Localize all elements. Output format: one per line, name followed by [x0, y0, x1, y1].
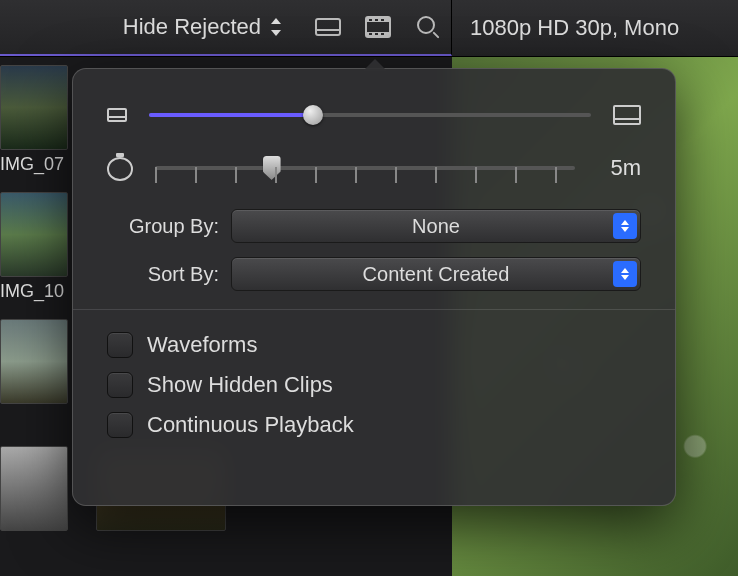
show-hidden-checkbox[interactable]	[107, 372, 133, 398]
show-hidden-label: Show Hidden Clips	[147, 372, 333, 398]
clip-thumbnail	[0, 446, 68, 531]
slider-track	[155, 166, 575, 170]
clip-thumbnail	[0, 319, 68, 404]
filter-popup-button[interactable]: Hide Rejected	[123, 14, 283, 40]
filmstrip-icon	[365, 16, 391, 38]
continuous-playback-label: Continuous Playback	[147, 412, 354, 438]
group-by-value: None	[412, 215, 460, 238]
clip-size-slider[interactable]	[149, 103, 591, 127]
clip-duration-row: 5m	[107, 155, 641, 181]
show-hidden-checkbox-row[interactable]: Show Hidden Clips	[107, 372, 641, 398]
clip-appearance-icon	[315, 18, 341, 36]
sort-by-select[interactable]: Content Created	[231, 257, 641, 291]
stopwatch-icon	[107, 155, 133, 181]
clip-size-row	[107, 103, 641, 127]
clip-appearance-popover: 5m Group By: None Sort By: Content Creat…	[72, 68, 676, 506]
sort-by-row: Sort By: Content Created	[107, 257, 641, 291]
toolbar-right: 1080p HD 30p, Mono	[452, 15, 738, 41]
filmstrip-button[interactable]	[363, 15, 393, 39]
select-arrows-icon	[613, 213, 637, 239]
waveforms-label: Waveforms	[147, 332, 257, 358]
continuous-playback-checkbox-row[interactable]: Continuous Playback	[107, 412, 641, 438]
select-arrows-icon	[613, 261, 637, 287]
toolbar: Hide Rejected 1080p HD 30p, Mono	[0, 0, 738, 57]
sort-by-label: Sort By:	[107, 263, 219, 286]
filter-popup-label: Hide Rejected	[123, 14, 261, 40]
slider-thumb[interactable]	[263, 156, 281, 180]
clip-appearance-button[interactable]	[313, 15, 343, 39]
search-icon	[417, 16, 439, 38]
group-by-label: Group By:	[107, 215, 219, 238]
toolbar-left: Hide Rejected	[0, 0, 452, 56]
continuous-playback-checkbox[interactable]	[107, 412, 133, 438]
sort-by-value: Content Created	[363, 263, 510, 286]
clip-duration-slider[interactable]	[155, 156, 575, 180]
clip-thumbnail	[0, 65, 68, 150]
waveforms-checkbox-row[interactable]: Waveforms	[107, 332, 641, 358]
search-button[interactable]	[413, 15, 443, 39]
clip-size-large-icon	[613, 105, 641, 125]
slider-thumb[interactable]	[303, 105, 323, 125]
updown-icon	[269, 18, 283, 36]
clip-thumbnail	[0, 192, 68, 277]
group-by-row: Group By: None	[107, 209, 641, 243]
slider-fill	[149, 113, 313, 117]
clip-duration-value: 5m	[597, 155, 641, 181]
popover-divider	[73, 309, 675, 310]
viewer-format-label: 1080p HD 30p, Mono	[470, 15, 679, 41]
waveforms-checkbox[interactable]	[107, 332, 133, 358]
clip-size-small-icon	[107, 108, 127, 122]
group-by-select[interactable]: None	[231, 209, 641, 243]
